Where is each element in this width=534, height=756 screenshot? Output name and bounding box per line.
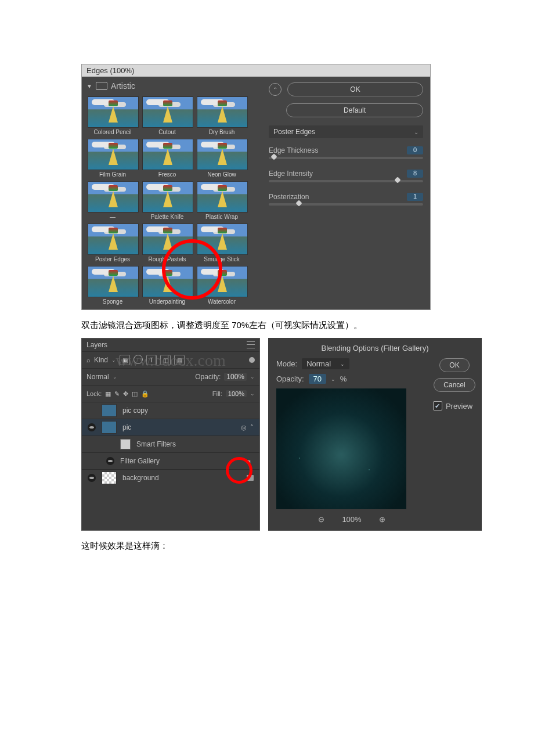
filter-smudge-stick[interactable]: Smudge Stick [197,224,247,262]
fill-label: Fill: [212,390,222,397]
category-artistic[interactable]: ▼ Artistic [86,80,257,92]
chevron-down-icon: ⌄ [113,374,117,380]
filter-label: Watercolor [197,298,247,305]
param-label: Edge Intensity [269,170,313,178]
param-label: Edge Thickness [269,146,318,154]
window-title: Edges (100%) [82,64,430,77]
filter-toggle-icon[interactable] [249,357,255,363]
lock-all-icon[interactable]: 🔒 [141,390,149,398]
ok-button[interactable]: OK [287,82,423,96]
lock-move-icon[interactable]: ✥ [123,390,128,398]
filter-label: Plastic Wrap [197,214,247,220]
filter-neon-glow[interactable]: Neon Glow [197,139,247,178]
visibility-eye-icon[interactable] [88,474,96,482]
filter-label: Film Grain [88,171,138,178]
collapse-toggle-icon[interactable]: ⌃ [269,83,282,96]
param-posterization: Posterization1 [269,193,423,206]
param-slider[interactable] [269,203,423,206]
filter-gallery-window: Edges (100%) ▼ Artistic Colored PencilCu… [81,64,431,310]
kind-label: Kind [94,356,108,364]
filter-dropdown[interactable]: Poster Edges ⌄ [269,125,423,138]
filter-adjustment-icon[interactable] [134,355,143,364]
chevron-down-icon[interactable]: ⌄ [111,357,116,363]
preview-checkbox[interactable] [433,401,442,411]
layer-row[interactable]: pic◎˄ [82,419,259,435]
opacity-label: Opacity: [195,373,221,381]
lock-brush-icon[interactable]: ✎ [114,390,120,398]
ok-button[interactable]: OK [439,358,469,372]
fill-value[interactable]: 100% [226,390,247,397]
zoom-in-icon[interactable]: ⊕ [379,515,385,524]
filter-underpainting[interactable]: Underpainting [142,266,192,305]
filter-shape-icon[interactable]: ◫ [160,355,171,365]
filter-label: Sponge [88,298,138,305]
filter-fresco[interactable]: Fresco [142,139,192,178]
chevron-down-icon[interactable]: ⌄ [331,376,335,382]
layers-panel: Layers www.bdocx.com ⌕ Kind ⌄ ▣ T ◫ ▤ No… [81,338,260,531]
preview-image [276,388,406,509]
param-edge-intensity: Edge Intensity8 [269,170,423,182]
panel-menu-icon[interactable] [247,341,255,348]
zoom-out-icon[interactable]: ⊖ [318,515,324,524]
chevron-down-icon: ⌄ [340,361,345,367]
layer-row[interactable]: background [82,469,259,486]
layers-panel-title: Layers [86,341,107,349]
layer-row[interactable]: pic copy [82,402,259,419]
filter-controls-pane: ⌃ OK Default Poster Edges ⌄ Edge Thickne… [262,77,430,309]
filter-sponge[interactable]: Sponge [88,266,138,305]
filter-cutout[interactable]: Cutout [142,96,192,135]
filter-dry-brush[interactable]: Dry Brush [197,96,247,135]
param-value[interactable]: 8 [407,170,423,178]
filter-label: Rough Pastels [142,256,192,262]
layer-name: Filter Gallery [120,457,160,465]
param-edge-thickness: Edge Thickness0 [269,146,423,159]
filter-label: Fresco [142,171,192,178]
param-slider[interactable] [269,157,423,159]
visibility-eye-icon[interactable] [88,423,96,431]
filter-poster-edges[interactable]: Poster Edges [88,224,138,262]
dialog-title: Blending Options (Filter Gallery) [276,344,474,352]
blend-mode-value[interactable]: Normal [86,373,109,381]
lock-artboard-icon[interactable]: ◫ [132,390,138,398]
lock-transparent-icon[interactable]: ▦ [105,390,111,398]
filter-film-grain[interactable]: Film Grain [88,139,138,178]
mode-label: Mode: [276,359,297,368]
mode-dropdown[interactable]: Normal ⌄ [302,358,349,369]
param-slider[interactable] [269,180,423,182]
instruction-text-2: 这时候效果是这样滴： [81,539,482,553]
lock-icon [247,475,254,481]
layer-row[interactable]: Smart Filters [82,435,259,452]
filter-rough-pastels[interactable]: Rough Pastels [142,224,192,262]
default-button[interactable]: Default [286,103,423,117]
opacity-value[interactable]: 100% [224,373,247,381]
filter-label: Palette Knife [142,214,192,220]
filter-label: Neon Glow [197,171,247,178]
filter-label: Colored Pencil [88,129,138,135]
chevron-down-icon: ⌄ [250,391,255,397]
filter-plastic-wrap[interactable]: Plastic Wrap [197,181,247,220]
filter-smartobject-icon[interactable]: ▤ [174,355,185,365]
chevron-down-icon: ⌄ [414,129,418,135]
filter-colored-pencil[interactable]: Colored Pencil [88,96,138,135]
filter-—[interactable]: — [88,181,138,220]
opacity-input[interactable]: 70 [309,374,326,384]
filter-label: Cutout [142,129,192,135]
param-value[interactable]: 1 [407,193,423,201]
opacity-unit: % [340,375,347,383]
filter-type-icon[interactable]: T [146,355,157,365]
category-label: Artistic [111,81,135,91]
smart-object-icon: ◎ [241,424,247,431]
blending-options-icon[interactable]: ≡ [243,457,254,465]
expand-icon[interactable]: ˄ [250,424,254,431]
blending-options-dialog: Blending Options (Filter Gallery) Mode: … [268,338,482,531]
filter-label: — [88,214,138,220]
layer-row[interactable]: Filter Gallery≡ [82,452,259,469]
param-value[interactable]: 0 [407,146,423,154]
filter-image-icon[interactable]: ▣ [120,355,130,365]
filter-palette-knife[interactable]: Palette Knife [142,181,192,220]
filter-watercolor[interactable]: Watercolor [197,266,247,305]
visibility-eye-icon[interactable] [106,457,114,465]
mode-value: Normal [306,359,331,368]
disclosure-triangle-icon: ▼ [86,83,92,89]
cancel-button[interactable]: Cancel [434,378,475,392]
